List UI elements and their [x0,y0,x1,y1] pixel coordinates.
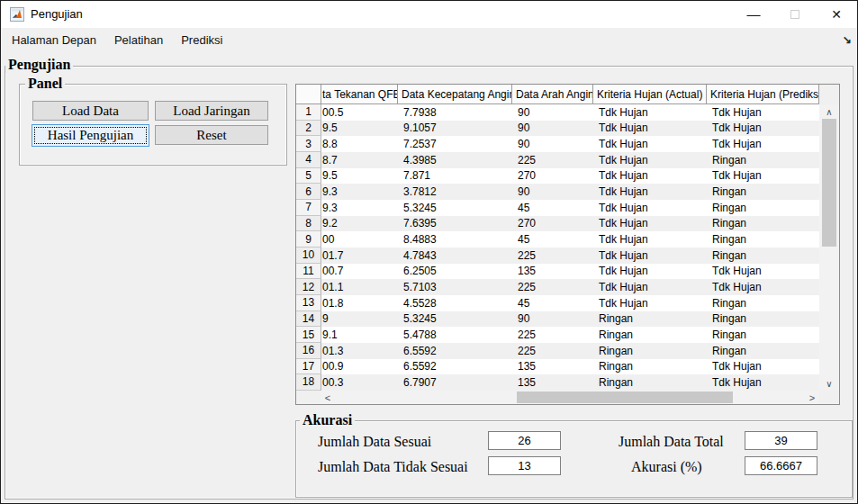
table-cell[interactable]: Tdk Hujan [593,168,707,184]
table-cell[interactable]: 9.1057 [398,121,512,137]
table-cell[interactable]: Tdk Hujan [593,264,707,280]
table-cell[interactable]: 90 [512,104,593,121]
table-cell[interactable]: 9.2 [321,216,398,232]
table-cell[interactable]: Ringan [593,327,707,343]
table-row[interactable]: 159.15.4788225RinganRingan [296,327,819,343]
field-jumlah-data-total[interactable]: 39 [745,431,817,450]
table-cell[interactable]: Tdk Hujan [707,264,819,280]
menu-halaman-depan[interactable]: Halaman Depan [3,29,105,51]
table-row[interactable]: 48.74.3985225Tdk HujanRingan [296,152,819,168]
table-cell[interactable]: 9 [321,311,398,328]
table-cell[interactable]: Ringan [707,295,819,311]
table-cell[interactable]: Tdk Hujan [593,104,707,121]
table-cell[interactable]: Ringan [593,311,707,328]
load-data-button[interactable]: Load Data [32,101,149,121]
table-cell[interactable]: 8.8 [321,136,398,152]
table-cell[interactable]: 00.3 [321,374,398,391]
table-cell[interactable]: Ringan [707,152,819,168]
scroll-left-icon[interactable]: < [321,391,335,404]
table-row[interactable]: 29.59.105790Tdk HujanTdk Hujan [296,121,819,137]
table-cell[interactable]: 8.7 [321,152,398,168]
vertical-scroll-thumb[interactable] [822,119,836,247]
table-cell[interactable]: 135 [512,359,593,375]
maximize-button[interactable] [774,1,816,27]
table-cell[interactable]: 4.7843 [398,248,512,264]
menu-pelatihan[interactable]: Pelatihan [105,29,172,51]
table-cell[interactable]: 01.1 [321,279,398,295]
table-cell[interactable]: 90 [512,136,593,152]
table-cell[interactable]: 225 [512,327,593,343]
table-row[interactable]: 79.35.324545Tdk HujanRingan [296,200,819,216]
table-cell[interactable]: Tdk Hujan [593,231,707,248]
field-jumlah-data-sesuai[interactable]: 26 [488,431,561,450]
table-cell[interactable]: Ringan [707,200,819,216]
table-cell[interactable]: 01.7 [321,248,398,264]
table-cell[interactable]: 7.6395 [398,216,512,232]
table-row[interactable]: 1001.74.7843225Tdk HujanRingan [296,248,819,264]
field-jumlah-data-tidak-sesuai[interactable]: 13 [488,456,561,475]
table-row[interactable]: 89.27.6395270Tdk HujanRingan [296,216,819,232]
table-cell[interactable]: Tdk Hujan [593,136,707,152]
table-cell[interactable]: 6.2505 [398,264,512,280]
table-cell[interactable]: Ringan [707,248,819,264]
table-cell[interactable]: Tdk Hujan [593,184,707,200]
table-cell[interactable]: 00 [321,231,398,248]
table-cell[interactable]: Ringan [707,231,819,248]
table-cell[interactable]: Tdk Hujan [593,216,707,232]
dock-figure-icon[interactable]: ↘ [843,33,852,46]
table-cell[interactable]: Tdk Hujan [593,152,707,168]
table-cell[interactable]: Ringan [593,359,707,375]
table-row[interactable]: 1301.84.552845Tdk HujanRingan [296,295,819,311]
table-cell[interactable]: 7.2537 [398,136,512,152]
table-cell[interactable]: 9.5 [321,121,398,137]
vertical-scrollbar[interactable]: ∧ ∨ [819,104,839,391]
table-cell[interactable]: Tdk Hujan [707,104,819,121]
menu-prediksi[interactable]: Prediksi [172,29,231,51]
table-row[interactable]: 1800.36.7907135RinganTdk Hujan [296,374,819,391]
table-cell[interactable]: 5.3245 [398,200,512,216]
table-cell[interactable]: Tdk Hujan [707,136,819,152]
table-cell[interactable]: Tdk Hujan [707,374,819,391]
field-akurasi-persen[interactable]: 66.6667 [745,456,817,475]
table-cell[interactable]: 45 [512,200,593,216]
table-cell[interactable]: 9.5 [321,168,398,184]
table-cell[interactable]: 8.4883 [398,231,512,248]
table-cell[interactable]: 01.8 [321,295,398,311]
table-cell[interactable]: 45 [512,231,593,248]
close-button[interactable]: ✕ [816,1,857,27]
table-cell[interactable]: 01.3 [321,343,398,359]
reset-button[interactable]: Reset [155,125,268,145]
table-cell[interactable]: 225 [512,248,593,264]
load-jaringan-button[interactable]: Load Jaringan [155,101,268,121]
table-cell[interactable]: 4.5528 [398,295,512,311]
table-cell[interactable]: 270 [512,216,593,232]
scroll-right-icon[interactable]: > [805,391,819,404]
table-cell[interactable]: Ringan [593,374,707,391]
table-cell[interactable]: 00.7 [321,264,398,280]
table-row[interactable]: 69.33.781290Tdk HujanRingan [296,184,819,200]
table-row[interactable]: 38.87.253790Tdk HujanTdk Hujan [296,136,819,152]
table-cell[interactable]: 9.3 [321,184,398,200]
table-cell[interactable]: 6.5592 [398,343,512,359]
table-cell[interactable]: Tdk Hujan [707,359,819,375]
table-cell[interactable]: 00.5 [321,104,398,121]
table-cell[interactable]: 135 [512,264,593,280]
scroll-down-icon[interactable]: ∨ [819,376,839,391]
table-cell[interactable]: 00.9 [321,359,398,375]
table-row[interactable]: 9008.488345Tdk HujanRingan [296,231,819,248]
table-cell[interactable]: 9.1 [321,327,398,343]
table-cell[interactable]: Tdk Hujan [593,279,707,295]
table-cell[interactable]: 6.5592 [398,359,512,375]
table-cell[interactable]: Tdk Hujan [593,121,707,137]
table-row[interactable]: 59.57.871270Tdk HujanTdk Hujan [296,168,819,184]
table-cell[interactable]: Tdk Hujan [707,121,819,137]
table-row[interactable]: 1495.324590RinganRingan [296,311,819,328]
minimize-button[interactable]: — [733,1,774,27]
table-cell[interactable]: Ringan [707,216,819,232]
table-cell[interactable]: 3.7812 [398,184,512,200]
table-cell[interactable]: 90 [512,311,593,328]
table-row[interactable]: 1100.76.2505135Tdk HujanTdk Hujan [296,264,819,280]
table-cell[interactable]: 90 [512,184,593,200]
table-row[interactable]: 100.57.793890Tdk HujanTdk Hujan [296,104,819,121]
scroll-up-icon[interactable]: ∧ [819,104,839,119]
